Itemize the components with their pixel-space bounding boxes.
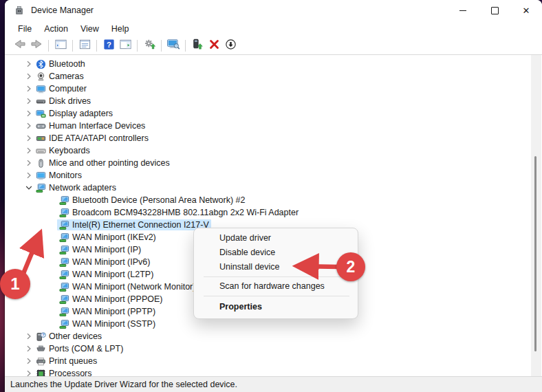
chevron-right-icon[interactable]: [24, 331, 34, 341]
update-driver-button[interactable]: [190, 38, 205, 53]
disk-icon: [36, 96, 46, 107]
network-adapter-icon: [59, 294, 69, 305]
context-menu-item-uninstall-device[interactable]: Uninstall device: [194, 260, 358, 274]
tree-item-cameras[interactable]: Cameras: [8, 70, 530, 83]
tree-item-broadcom-bcm943228hmb-802-11abgn-2x2-wi-fi-adapter[interactable]: Broadcom BCM943228HMB 802.11abgn 2x2 Wi-…: [8, 206, 530, 219]
tree-item-ide-ata-atapi-controllers[interactable]: IDE ATA/ATAPI controllers: [8, 132, 530, 144]
context-menu-item-scan-for-hardware-changes[interactable]: Scan for hardware changes: [194, 279, 358, 294]
menu-file[interactable]: File: [12, 23, 38, 35]
toolbar-separator: [161, 40, 162, 52]
chevron-spacer: [47, 307, 57, 316]
tree-item-disk-drives[interactable]: Disk drives: [8, 95, 530, 107]
chevron-right-icon[interactable]: [24, 121, 34, 131]
tree-item-mice-and-other-pointing-devices[interactable]: Mice and other pointing devices: [8, 157, 530, 169]
forward-button[interactable]: [29, 38, 44, 53]
chevron-right-icon[interactable]: [24, 158, 34, 168]
tree-item-label: Other devices: [49, 331, 104, 342]
tree-item-print-queues[interactable]: Print queues: [8, 355, 530, 367]
chevron-spacer: [47, 208, 57, 217]
tree-item-label: WAN Miniport (PPPOE): [72, 294, 165, 305]
chevron-spacer: [47, 294, 57, 304]
disable-device-icon: [224, 38, 237, 54]
tree-item-label: Ports (COM & LPT): [49, 343, 125, 354]
chevron-right-icon[interactable]: [24, 72, 34, 81]
tree-item-label: Print queues: [49, 356, 99, 367]
scan-hardware-button[interactable]: [142, 38, 157, 53]
context-menu-item-disable-device[interactable]: Disable device: [194, 246, 358, 260]
camera-icon: [36, 72, 46, 82]
tree-item-label: Cameras: [49, 71, 86, 82]
tree-item-other-devices[interactable]: ?Other devices: [8, 330, 530, 342]
uninstall-device-button[interactable]: [206, 38, 221, 53]
chevron-spacer: [47, 270, 57, 279]
help-button[interactable]: ?: [101, 38, 116, 53]
chevron-right-icon[interactable]: [24, 59, 34, 69]
chevron-right-icon[interactable]: [24, 96, 34, 106]
menu-view[interactable]: View: [74, 23, 105, 35]
properties-window-button[interactable]: [77, 38, 92, 53]
disable-device-button[interactable]: [223, 38, 238, 53]
tree-item-ports-com-lpt[interactable]: Ports (COM & LPT): [8, 342, 530, 355]
menu-help[interactable]: Help: [105, 23, 136, 35]
chevron-right-icon[interactable]: [24, 146, 34, 155]
chevron-spacer: [47, 195, 57, 205]
maximize-button[interactable]: [479, 0, 510, 21]
mouse-icon: [36, 158, 46, 168]
chevron-spacer: [47, 257, 57, 267]
tree-item-keyboards[interactable]: Keyboards: [8, 144, 530, 157]
annotation-badge-1: 1: [0, 269, 30, 299]
remote-computer-icon: [166, 37, 180, 54]
context-menu-separator: [204, 276, 349, 277]
network-adapter-icon: [36, 183, 46, 193]
maximize-icon: [491, 7, 499, 14]
uninstall-device-icon: [208, 38, 221, 54]
remote-computer-button[interactable]: [166, 38, 181, 53]
scrollbar-thumb[interactable]: [534, 156, 536, 351]
tree-item-label: Computer: [49, 83, 89, 94]
tree-item-label: WAN Miniport (PPTP): [72, 306, 158, 317]
chevron-right-icon[interactable]: [24, 84, 34, 94]
close-button[interactable]: ✕: [510, 0, 542, 21]
status-bar: Launches the Update Driver Wizard for th…: [5, 376, 542, 392]
context-menu-item-update-driver[interactable]: Update driver: [194, 231, 358, 246]
bluetooth-icon: [36, 59, 46, 69]
properties-window-icon: [78, 38, 91, 54]
tree-item-display-adapters[interactable]: Display adapters: [8, 107, 530, 120]
minimize-button[interactable]: [447, 0, 479, 21]
context-menu-item-properties[interactable]: Properties: [194, 298, 358, 316]
forward-icon: [30, 37, 43, 54]
desktop-background: Device Manager ✕ FileActionViewHelp ? Bl…: [0, 0, 542, 392]
tree-item-network-adapters[interactable]: Network adapters: [8, 182, 530, 194]
chevron-right-icon[interactable]: [24, 356, 34, 366]
chevron-spacer: [47, 245, 57, 254]
tree-item-computer[interactable]: Computer: [8, 83, 530, 95]
chevron-right-icon[interactable]: [24, 109, 34, 118]
toolbar: ?: [5, 36, 542, 55]
action-pane-icon: [119, 38, 132, 54]
monitor-icon: [36, 171, 46, 181]
device-manager-window: Device Manager ✕ FileActionViewHelp ? Bl…: [5, 0, 542, 392]
back-button[interactable]: [12, 38, 28, 53]
chevron-spacer: [47, 282, 57, 292]
tree-item-label: Mice and other pointing devices: [49, 157, 172, 168]
tree-item-monitors[interactable]: Monitors: [8, 169, 530, 182]
back-icon: [13, 37, 27, 54]
window-controls: ✕: [447, 0, 542, 21]
tree-item-label: WAN Miniport (SSTP): [72, 318, 158, 329]
tree-item-bluetooth[interactable]: Bluetooth: [8, 58, 530, 70]
tree-item-human-interface-devices[interactable]: Human Interface Devices: [8, 120, 530, 132]
tree-item-processors[interactable]: Processors: [8, 367, 530, 377]
update-driver-icon: [191, 38, 204, 54]
scrollbar-track[interactable]: [531, 55, 541, 377]
action-pane-button[interactable]: [118, 38, 133, 53]
menu-action[interactable]: Action: [38, 23, 74, 35]
chevron-right-icon[interactable]: [24, 344, 34, 353]
tree-item-label: IDE ATA/ATAPI controllers: [49, 133, 151, 144]
console-tree-button[interactable]: [53, 38, 68, 53]
chevron-down-icon[interactable]: [24, 183, 34, 193]
chevron-right-icon[interactable]: [24, 133, 34, 143]
chevron-right-icon[interactable]: [24, 171, 34, 180]
network-adapter-icon: [59, 270, 69, 280]
tree-item-bluetooth-device-personal-area-network-2[interactable]: Bluetooth Device (Personal Area Network)…: [8, 194, 530, 206]
tree-item-wan-miniport-sstp[interactable]: WAN Miniport (SSTP): [8, 318, 530, 330]
